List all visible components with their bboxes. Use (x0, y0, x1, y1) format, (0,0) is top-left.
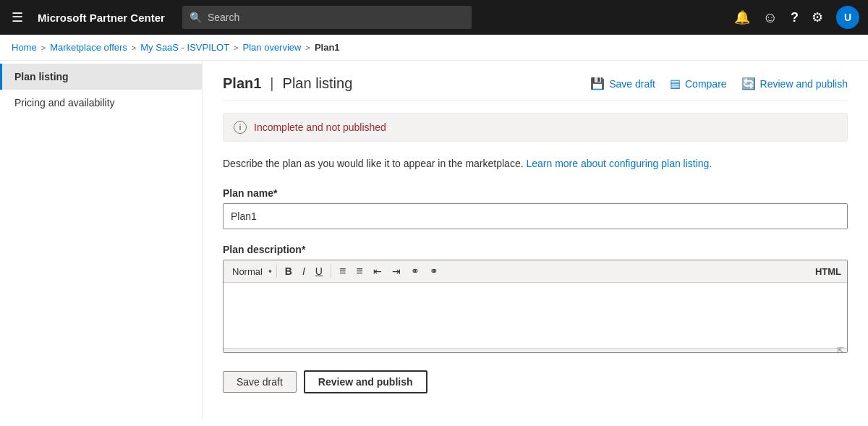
sidebar: Plan listing Pricing and availability (0, 61, 203, 422)
compare-icon: ▤ (670, 77, 681, 90)
breadcrumb: Home > Marketplace offers > My SaaS - IS… (0, 35, 868, 61)
breadcrumb-sep-4: > (305, 43, 310, 52)
rte-link-button[interactable]: ⚭ (407, 264, 423, 278)
save-draft-header-button[interactable]: 💾 Save draft (590, 77, 655, 90)
description-text: Describe the plan as you would like it t… (223, 156, 848, 171)
search-icon: 🔍 (190, 12, 202, 23)
review-publish-header-label: Review and publish (760, 78, 848, 90)
page-header: Plan1 | Plan listing 💾 Save draft ▤ Comp… (223, 75, 848, 101)
rte-html-label: HTML (815, 266, 841, 277)
breadcrumb-plan-overview[interactable]: Plan overview (243, 42, 302, 53)
breadcrumb-sep-2: > (132, 43, 136, 52)
avatar[interactable]: U (836, 6, 859, 29)
resize-icon: ⇱ (837, 346, 844, 356)
plan-name-label: Plan name* (223, 187, 848, 199)
rte-indent-left-button[interactable]: ⇤ (370, 264, 386, 278)
page-section-title: Plan listing (283, 75, 353, 92)
rte-resize-handle[interactable]: ⇱ (224, 348, 847, 352)
page-plan-name: Plan1 (223, 75, 261, 92)
rte-underline-button[interactable]: U (312, 264, 326, 278)
review-publish-header-button[interactable]: 🔄 Review and publish (741, 77, 848, 90)
rte-toolbar: Normal • B I U ≡ ≡ ⇤ ⇥ ⚭ ⚭ HTML (224, 260, 847, 283)
plan-description-label: Plan description* (223, 244, 848, 255)
rte-sep-2 (331, 265, 331, 278)
settings-icon[interactable]: ⚙ (812, 9, 823, 25)
compare-button[interactable]: ▤ Compare (670, 77, 727, 90)
compare-label: Compare (685, 78, 727, 90)
breadcrumb-marketplace-offers[interactable]: Marketplace offers (50, 42, 127, 53)
app-title: Microsoft Partner Center (38, 12, 165, 24)
page-title-sep: | (270, 75, 273, 92)
review-publish-button[interactable]: Review and publish (304, 370, 427, 393)
save-draft-button[interactable]: Save draft (223, 371, 297, 393)
info-icon: i (234, 121, 247, 134)
rte-format-dot: • (268, 265, 272, 277)
description-static: Describe the plan as you would like it t… (223, 158, 524, 169)
rte-ol-button[interactable]: ≡ (336, 263, 349, 279)
breadcrumb-home[interactable]: Home (12, 42, 37, 53)
save-draft-header-label: Save draft (609, 78, 655, 90)
notification-icon[interactable]: 🔔 (734, 9, 750, 25)
rte-bold-button[interactable]: B (281, 264, 296, 278)
bottom-actions: Save draft Review and publish (223, 370, 848, 393)
rte-italic-button[interactable]: I (299, 264, 309, 278)
breadcrumb-saas[interactable]: My SaaS - ISVPILOT (140, 42, 229, 53)
rte-sep-1 (276, 265, 277, 278)
topnav-icons: 🔔 ☺ ? ⚙ U (734, 6, 859, 29)
description-link[interactable]: Learn more about configuring plan listin… (526, 158, 712, 169)
breadcrumb-sep-3: > (234, 43, 238, 52)
search-bar[interactable]: 🔍 (182, 6, 472, 29)
feedback-icon[interactable]: ☺ (763, 9, 778, 26)
info-banner-text: Incomplete and not published (254, 122, 386, 133)
publish-icon: 🔄 (741, 77, 756, 90)
rte-indent-right-button[interactable]: ⇥ (388, 264, 404, 278)
rte-body[interactable] (224, 283, 847, 348)
sidebar-item-plan-listing[interactable]: Plan listing (0, 64, 202, 90)
main-layout: Plan listing Pricing and availability Pl… (0, 61, 868, 422)
rte-format-select[interactable]: Normal (229, 265, 265, 278)
rte-ul-button[interactable]: ≡ (352, 263, 366, 279)
help-icon[interactable]: ? (791, 10, 799, 25)
info-banner: i Incomplete and not published (223, 113, 848, 142)
search-input[interactable] (208, 12, 464, 23)
save-icon: 💾 (590, 77, 605, 90)
rte-container: Normal • B I U ≡ ≡ ⇤ ⇥ ⚭ ⚭ HTML ⇱ (223, 260, 848, 353)
header-actions: 💾 Save draft ▤ Compare 🔄 Review and publ… (590, 77, 848, 90)
plan-name-input[interactable] (223, 203, 848, 229)
breadcrumb-sep-1: > (41, 43, 46, 52)
rte-unlink-button[interactable]: ⚭ (426, 264, 442, 278)
sidebar-item-pricing[interactable]: Pricing and availability (0, 90, 202, 116)
main-content: Plan1 | Plan listing 💾 Save draft ▤ Comp… (203, 61, 868, 422)
hamburger-icon[interactable]: ☰ (9, 7, 26, 28)
breadcrumb-current: Plan1 (315, 42, 340, 53)
topnav: ☰ Microsoft Partner Center 🔍 🔔 ☺ ? ⚙ U (0, 0, 868, 35)
